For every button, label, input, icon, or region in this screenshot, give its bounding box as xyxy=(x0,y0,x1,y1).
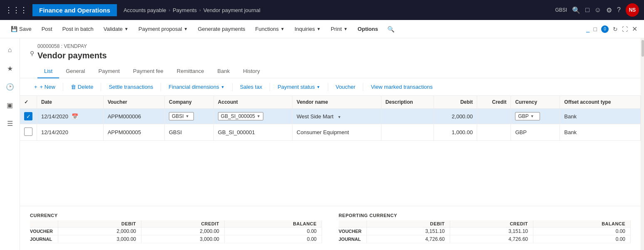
payment-proposal-button[interactable]: Payment proposal ▼ xyxy=(134,23,192,35)
print-button[interactable]: Print ▼ xyxy=(327,23,352,35)
rep-journal-credit: 4,726.60 xyxy=(450,235,533,243)
select-all-header[interactable]: ✓ xyxy=(20,96,37,109)
breadcrumb-payments[interactable]: Payments xyxy=(173,7,197,13)
fullscreen-icon[interactable]: ⛶ xyxy=(622,26,628,32)
currency-voucher-row: VOUCHER 2,000.00 2,000.00 0.00 xyxy=(30,228,322,235)
row2-checkbox-cell[interactable] xyxy=(24,128,32,136)
tab-remittance[interactable]: Remittance xyxy=(170,65,211,78)
notification-badge: 0 xyxy=(601,25,609,33)
row1-voucher: APPM000006 xyxy=(103,109,164,124)
main-toolbar: 💾 Save Post Post in batch Validate ▼ Pay… xyxy=(0,20,644,38)
sidebar-modules-icon[interactable]: ☰ xyxy=(2,115,18,132)
breadcrumb-chevron-1: › xyxy=(169,8,171,12)
search-icon[interactable]: 🔍 xyxy=(572,6,580,14)
close-icon[interactable]: ✕ xyxy=(632,25,637,33)
post-in-batch-button[interactable]: Post in batch xyxy=(58,23,98,35)
post-button[interactable]: Post xyxy=(37,23,57,35)
account-dropdown[interactable]: GB_SI_000005 ▼ xyxy=(218,112,263,120)
smiley-icon[interactable]: ☺ xyxy=(594,6,601,14)
app-grid-icon[interactable]: ⋮⋮⋮ xyxy=(5,5,27,15)
breadcrumb: Accounts payable › Payments › Vendor pay… xyxy=(124,7,552,13)
help-icon[interactable]: ? xyxy=(617,6,621,14)
currency-dropdown-arrow: ▼ xyxy=(530,114,534,118)
table-row[interactable]: 12/14/2020 APPM000005 GBSI GB_SI_000001 … xyxy=(20,124,641,141)
vendor-name-dropdown-arrow[interactable]: ▼ xyxy=(337,115,341,119)
account-dropdown-arrow: ▼ xyxy=(257,114,260,118)
functions-button[interactable]: Functions ▼ xyxy=(251,23,289,35)
save-button[interactable]: 💾 Save xyxy=(7,23,36,35)
tab-general[interactable]: General xyxy=(59,65,92,78)
tab-list[interactable]: List xyxy=(37,65,59,78)
row2-offset-account-type: Bank xyxy=(560,124,641,141)
calendar-icon[interactable]: 📅 xyxy=(72,113,78,120)
row2-account: GB_SI_000001 xyxy=(213,124,292,141)
sidebar-workspaces-icon[interactable]: ▣ xyxy=(2,97,18,113)
currency-journal-label: JOURNAL xyxy=(30,235,58,243)
top-bar: ⋮⋮⋮ Finance and Operations Accounts paya… xyxy=(0,0,644,20)
sidebar: ⌂ ★ 🕑 ▣ ☰ xyxy=(0,38,20,250)
rep-journal-label: JOURNAL xyxy=(339,235,367,243)
sidebar-recent-icon[interactable]: 🕑 xyxy=(2,78,18,95)
open-new-window-icon[interactable]: □ xyxy=(594,26,597,32)
separator-6 xyxy=(328,83,328,91)
offset-account-type-header: Offset account type xyxy=(560,96,641,109)
filter-icon[interactable]: ⚲ xyxy=(30,50,34,57)
rep-journal-row: JOURNAL 4,726.60 4,726.60 0.00 xyxy=(339,235,631,243)
row1-checkbox-cell[interactable]: ✓ xyxy=(24,112,32,120)
company-dropdown[interactable]: GBSI ▼ xyxy=(169,112,194,120)
row1-currency: GBP ▼ xyxy=(511,109,560,124)
row2-checkbox[interactable] xyxy=(20,124,37,141)
tab-payment[interactable]: Payment xyxy=(92,65,126,78)
account-header: Account xyxy=(213,96,292,109)
avatar[interactable]: NS xyxy=(626,3,639,17)
tab-history[interactable]: History xyxy=(236,65,266,78)
functions-arrow: ▼ xyxy=(280,27,285,31)
sales-tax-button[interactable]: Sales tax xyxy=(236,82,266,92)
debit-header: Debit xyxy=(434,96,477,109)
page-title: Vendor payments xyxy=(37,51,267,60)
toolbar-search-icon[interactable]: 🔍 xyxy=(387,26,394,32)
separator-2 xyxy=(101,83,101,91)
options-button[interactable]: Options xyxy=(354,23,382,35)
scrollbar-thumb[interactable] xyxy=(642,40,644,57)
breadcrumb-accounts-payable[interactable]: Accounts payable xyxy=(124,7,166,13)
financial-dimensions-arrow: ▼ xyxy=(221,85,225,89)
table-row[interactable]: ✓ 12/14/2020 📅 APPM000006 GBSI ▼ xyxy=(20,109,641,124)
financial-dimensions-button[interactable]: Financial dimensions ▼ xyxy=(164,82,228,92)
row1-checkbox[interactable]: ✓ xyxy=(20,109,37,124)
delete-button[interactable]: 🗑 Delete xyxy=(67,82,98,92)
generate-payments-button[interactable]: Generate payments xyxy=(193,23,249,35)
rep-voucher-debit: 3,151.10 xyxy=(367,228,450,235)
currency-dropdown[interactable]: GBP ▼ xyxy=(515,112,540,120)
inquiries-button[interactable]: Inquiries ▼ xyxy=(290,23,325,35)
main-layout: ⌂ ★ 🕑 ▣ ☰ ⚲ 00000058 : VENDPAY Vendor pa… xyxy=(0,38,644,250)
payment-status-button[interactable]: Payment status ▼ xyxy=(273,82,324,92)
tab-bank[interactable]: Bank xyxy=(211,65,237,78)
sidebar-home-icon[interactable]: ⌂ xyxy=(2,42,18,58)
voucher-button[interactable]: Voucher xyxy=(332,82,360,92)
notification-icon[interactable]: □ xyxy=(585,6,590,14)
settle-transactions-button[interactable]: Settle transactions xyxy=(104,82,157,92)
row2-description[interactable] xyxy=(381,124,434,141)
sidebar-favorites-icon[interactable]: ★ xyxy=(2,60,18,77)
reporting-currency-summary: REPORTING CURRENCY DEBIT CREDIT BALANCE xyxy=(339,213,631,243)
view-marked-transactions-button[interactable]: View marked transactions xyxy=(367,82,437,92)
validate-button[interactable]: Validate ▼ xyxy=(99,23,133,35)
currency-journal-row: JOURNAL 3,000.00 3,000.00 0.00 xyxy=(30,235,322,243)
rep-label-header xyxy=(339,220,367,228)
row2-vendor-name: Consumer Equipment xyxy=(292,124,381,141)
refresh-icon[interactable]: ↻ xyxy=(613,26,618,32)
rep-voucher-balance: 0.00 xyxy=(533,228,631,235)
new-button[interactable]: + + New xyxy=(30,82,59,92)
payment-proposal-arrow: ▼ xyxy=(184,27,188,31)
payments-table: ✓ Date Voucher Company Account Vendor na… xyxy=(20,96,641,141)
rep-debit-header: DEBIT xyxy=(367,220,450,228)
tab-payment-fee[interactable]: Payment fee xyxy=(126,65,170,78)
separator-3 xyxy=(161,83,161,91)
row1-vendor-name: West Side Mart ▼ xyxy=(292,109,381,124)
settings-icon[interactable]: ⚙ xyxy=(606,6,612,14)
scrollbar[interactable] xyxy=(641,38,644,250)
row1-description[interactable] xyxy=(381,109,434,124)
personalize-icon[interactable]: ⎯ xyxy=(586,26,590,32)
row1-offset-account-type: Bank xyxy=(560,109,641,124)
